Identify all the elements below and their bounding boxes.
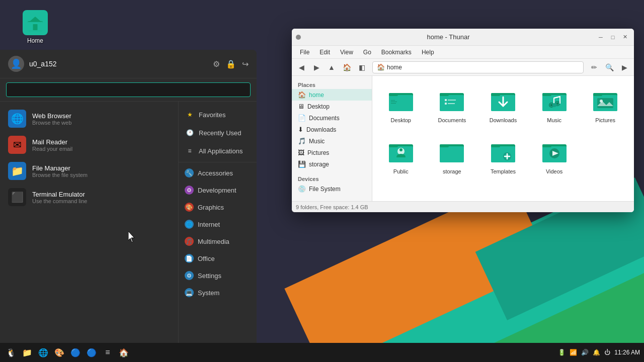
file-name-videos: Videos bbox=[546, 168, 562, 174]
toggle-button[interactable]: ◧ bbox=[355, 61, 368, 74]
menu-edit[interactable]: Edit bbox=[315, 48, 334, 57]
category-internet[interactable]: 🌐 Internet bbox=[179, 216, 257, 233]
logout-icon[interactable]: ↪ bbox=[242, 59, 249, 69]
app-item-mail-reader[interactable]: ✉ Mail Reader Read your email bbox=[0, 132, 178, 158]
settings-cat-icon: ⚙ bbox=[185, 271, 194, 280]
home-folder-icon bbox=[23, 10, 48, 35]
taskbar-icon-paint[interactable]: 🎨 bbox=[52, 345, 66, 359]
window-maximize-button[interactable]: □ bbox=[608, 32, 618, 42]
home-button[interactable]: 🏠 bbox=[340, 61, 353, 74]
file-item-desktop[interactable]: Desktop bbox=[378, 82, 424, 127]
sidebar-item-music[interactable]: 🎵 Music bbox=[292, 135, 372, 147]
category-graphics[interactable]: 🎨 Graphics bbox=[179, 199, 257, 216]
file-item-pictures[interactable]: Pictures bbox=[583, 82, 628, 127]
lock-icon[interactable]: 🔒 bbox=[226, 59, 236, 69]
file-name-documents: Documents bbox=[438, 117, 466, 123]
development-icon: ⚙ bbox=[185, 186, 194, 195]
app-item-file-manager[interactable]: 📁 File Manager Browse the file system bbox=[0, 158, 178, 184]
sidebar-item-storage[interactable]: 💾 storage bbox=[292, 158, 372, 170]
sidebar-item-home[interactable]: 🏠 home bbox=[292, 89, 372, 101]
taskbar-icon-files[interactable]: 📁 bbox=[20, 345, 34, 359]
file-item-documents[interactable]: Documents bbox=[430, 82, 475, 127]
file-item-storage[interactable]: storage bbox=[430, 133, 475, 178]
taskbar-icon-browser[interactable]: 🌐 bbox=[36, 345, 50, 359]
file-item-music[interactable]: Music bbox=[532, 82, 577, 127]
category-multimedia[interactable]: 🎵 Multimedia bbox=[179, 233, 257, 250]
search-button[interactable]: 🔍 bbox=[603, 61, 616, 74]
file-name-music: Music bbox=[547, 117, 561, 123]
sidebar-item-filesystem[interactable]: 💿 File System bbox=[292, 183, 372, 195]
taskbar-icons: 🐧 📁 🌐 🎨 🔵 🔵 ≡ 🏠 bbox=[4, 345, 558, 359]
category-recently-used-label: Recently Used bbox=[199, 129, 242, 137]
file-item-templates[interactable]: Templates bbox=[480, 133, 526, 178]
svg-rect-41 bbox=[440, 146, 464, 162]
documents-icon: 📄 bbox=[298, 114, 306, 122]
svg-point-29 bbox=[550, 104, 552, 106]
forward-button[interactable]: ▶ bbox=[310, 61, 323, 74]
settings-icon[interactable]: ⚙ bbox=[213, 59, 220, 69]
sidebar-item-desktop[interactable]: 🖥 Desktop bbox=[292, 101, 372, 112]
category-all-applications-label: All Applications bbox=[199, 147, 243, 155]
desktop-icon-home[interactable]: Home bbox=[15, 10, 55, 44]
file-item-downloads[interactable]: Downloads bbox=[480, 82, 526, 127]
category-system[interactable]: 💻 System bbox=[179, 284, 257, 301]
svg-rect-14 bbox=[445, 103, 447, 105]
file-icon-desktop bbox=[387, 86, 415, 114]
app-item-web-browser[interactable]: 🌐 Web Browser Browse the web bbox=[0, 106, 178, 132]
terminal-desc: Use the command line bbox=[32, 198, 87, 204]
search-bar bbox=[0, 78, 257, 102]
category-development-label: Development bbox=[198, 187, 236, 194]
window-close-button[interactable]: ✕ bbox=[620, 32, 630, 42]
taskbar-icon-update[interactable]: 🔵 bbox=[68, 345, 83, 359]
web-browser-icon: 🌐 bbox=[8, 110, 26, 128]
category-office[interactable]: 📄 Office bbox=[179, 250, 257, 267]
svg-point-28 bbox=[556, 103, 558, 105]
window-minimize-button[interactable]: ─ bbox=[596, 32, 606, 42]
office-icon: 📄 bbox=[185, 254, 194, 263]
all-applications-icon: ≡ bbox=[185, 146, 195, 156]
taskbar-icon-home[interactable]: 🏠 bbox=[117, 345, 131, 359]
menu-go[interactable]: Go bbox=[359, 48, 375, 57]
file-icon-videos bbox=[540, 137, 569, 165]
category-favorites[interactable]: ★ Favorites bbox=[179, 106, 257, 124]
category-system-label: System bbox=[198, 289, 219, 297]
address-text: home bbox=[387, 64, 402, 71]
toolbar: ◀ ▶ ▲ 🏠 ◧ 🏠 home ✏ 🔍 ▶ bbox=[292, 59, 634, 76]
taskbar-icon-package[interactable]: 🔵 bbox=[85, 345, 99, 359]
up-button[interactable]: ▲ bbox=[325, 61, 338, 74]
edit-button[interactable]: ✏ bbox=[588, 61, 601, 74]
more-button[interactable]: ▶ bbox=[618, 61, 631, 74]
sidebar-item-documents[interactable]: 📄 Documents bbox=[292, 112, 372, 124]
menu-bookmarks[interactable]: Bookmarks bbox=[377, 48, 416, 57]
category-settings[interactable]: ⚙ Settings bbox=[179, 267, 257, 284]
sidebar-item-pictures[interactable]: 🖼 Pictures bbox=[292, 147, 372, 158]
category-accessories[interactable]: 🔧 Accessories bbox=[179, 164, 257, 182]
menu-help[interactable]: Help bbox=[418, 48, 438, 57]
file-item-public[interactable]: Public bbox=[378, 133, 424, 178]
file-icon-downloads bbox=[489, 86, 517, 114]
taskbar-icon-menu[interactable]: ≡ bbox=[101, 345, 115, 359]
file-icon-storage bbox=[438, 137, 466, 165]
menu-file[interactable]: File bbox=[296, 48, 313, 57]
sidebar-item-storage-label: storage bbox=[309, 161, 329, 168]
taskbar-icon-power: ⏻ bbox=[604, 349, 610, 356]
category-recently-used[interactable]: 🕐 Recently Used bbox=[179, 124, 257, 142]
menu-view[interactable]: View bbox=[336, 48, 357, 57]
sidebar-item-documents-label: Documents bbox=[309, 115, 340, 122]
taskbar-icon-apps[interactable]: 🐧 bbox=[4, 345, 18, 359]
system-icon: 💻 bbox=[185, 288, 194, 297]
file-item-videos[interactable]: Videos bbox=[532, 133, 577, 178]
category-all-applications[interactable]: ≡ All Applications bbox=[179, 142, 257, 160]
pictures-icon: 🖼 bbox=[298, 149, 304, 156]
recently-used-icon: 🕐 bbox=[185, 128, 195, 138]
web-browser-desc: Browse the web bbox=[32, 120, 71, 126]
search-input[interactable] bbox=[6, 82, 251, 97]
category-development[interactable]: ⚙ Development bbox=[179, 182, 257, 199]
svg-rect-33 bbox=[597, 98, 613, 108]
taskbar: 🐧 📁 🌐 🎨 🔵 🔵 ≡ 🏠 🔋 📶 🔊 🔔 ⏻ 11:26 AM bbox=[0, 343, 644, 362]
window-body: Places 🏠 home 🖥 Desktop 📄 Documents ⬇ Do… bbox=[292, 76, 634, 201]
sidebar-item-downloads[interactable]: ⬇ Downloads bbox=[292, 124, 372, 135]
thunar-window: home - Thunar ─ □ ✕ File Edit View Go Bo… bbox=[292, 29, 634, 212]
app-item-terminal[interactable]: ⬛ Terminal Emulator Use the command line bbox=[0, 184, 178, 210]
back-button[interactable]: ◀ bbox=[295, 61, 308, 74]
